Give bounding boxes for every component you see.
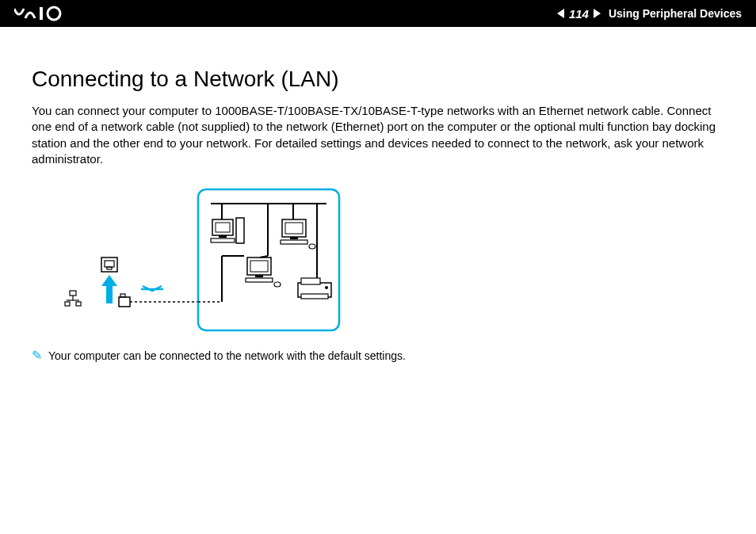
header-right: 114 Using Peripheral Devices <box>557 7 742 21</box>
note-pencil-icon: ✎ <box>32 349 42 362</box>
svg-rect-29 <box>281 240 307 244</box>
vaio-logo <box>14 6 87 21</box>
svg-rect-0 <box>40 7 43 20</box>
svg-rect-28 <box>290 237 298 239</box>
page-title: Connecting to a Network (LAN) <box>32 67 724 92</box>
desktop-computer-icon-2 <box>281 219 315 249</box>
header-bar: 114 Using Peripheral Devices <box>0 0 756 27</box>
svg-rect-39 <box>301 294 328 299</box>
arrow-up-icon <box>101 275 117 303</box>
note-text: Your computer can be connected to the ne… <box>48 349 406 362</box>
ethernet-port-icon <box>101 257 117 272</box>
svg-point-30 <box>309 244 315 249</box>
desktop-computer-icon <box>211 218 244 243</box>
svg-rect-33 <box>255 275 263 277</box>
svg-rect-2 <box>70 291 76 296</box>
section-label: Using Peripheral Devices <box>609 7 742 20</box>
vaio-logo-svg <box>14 6 87 21</box>
page-number: 114 <box>569 7 589 21</box>
svg-rect-8 <box>105 261 114 267</box>
svg-rect-32 <box>250 261 268 272</box>
svg-point-1 <box>48 7 60 20</box>
desktop-computer-icon-3 <box>246 256 281 287</box>
svg-rect-24 <box>211 238 235 242</box>
svg-rect-11 <box>119 297 130 307</box>
printer-icon <box>298 278 331 299</box>
manual-page: 114 Using Peripheral Devices Connecting … <box>0 0 756 534</box>
svg-rect-34 <box>246 278 273 282</box>
svg-marker-10 <box>101 275 117 303</box>
svg-rect-9 <box>107 267 112 269</box>
svg-rect-5 <box>65 302 70 306</box>
next-page-icon[interactable] <box>594 9 601 18</box>
svg-rect-6 <box>76 302 81 306</box>
content-area: Connecting to a Network (LAN) You can co… <box>0 27 756 362</box>
lan-symbol-icon <box>65 291 81 306</box>
svg-rect-27 <box>285 223 303 234</box>
open-connector-icon <box>141 286 163 291</box>
svg-point-35 <box>274 282 281 287</box>
svg-rect-22 <box>216 223 230 232</box>
cable-plug-icon <box>119 294 130 307</box>
note-block: ✎ Your computer can be connected to the … <box>32 349 724 362</box>
svg-rect-38 <box>301 278 320 284</box>
svg-rect-25 <box>236 218 244 243</box>
page-navigation: 114 <box>557 7 601 21</box>
body-text: You can connect your computer to 1000BAS… <box>32 103 721 167</box>
svg-rect-23 <box>219 235 227 238</box>
svg-point-40 <box>325 286 328 289</box>
prev-page-icon[interactable] <box>557 9 564 18</box>
lan-diagram <box>63 185 724 335</box>
